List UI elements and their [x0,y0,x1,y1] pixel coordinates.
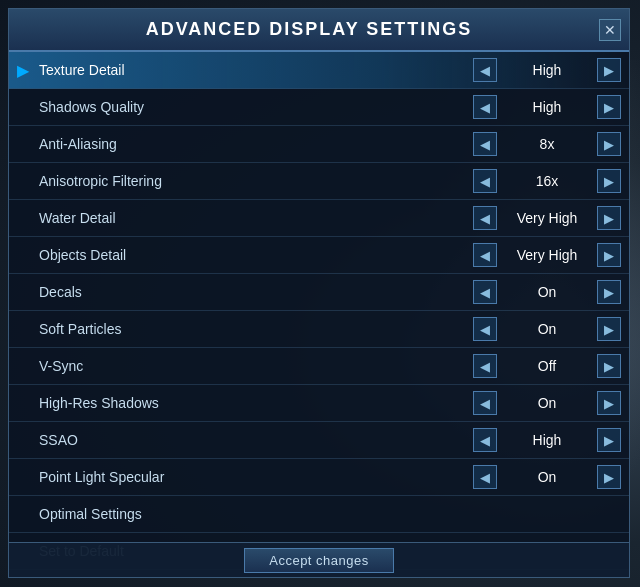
setting-value-label: 8x [497,136,597,152]
nav-right-button[interactable]: ▶ [597,243,621,267]
nav-right-button[interactable]: ▶ [597,317,621,341]
nav-right-button[interactable]: ▶ [597,132,621,156]
setting-name-label: High-Res Shadows [39,395,473,411]
setting-row-objects-detail[interactable]: Objects Detail◀Very High▶ [9,237,629,274]
nav-left-button[interactable]: ◀ [473,132,497,156]
nav-right-button[interactable]: ▶ [597,169,621,193]
nav-right-button[interactable]: ▶ [597,428,621,452]
setting-value-label: Very High [497,247,597,263]
setting-name-label: Soft Particles [39,321,473,337]
nav-right-button[interactable]: ▶ [597,280,621,304]
nav-left-button[interactable]: ◀ [473,465,497,489]
setting-name-label: Objects Detail [39,247,473,263]
nav-right-button[interactable]: ▶ [597,391,621,415]
nav-left-button[interactable]: ◀ [473,391,497,415]
setting-name-label: Decals [39,284,473,300]
setting-row-shadows-quality[interactable]: Shadows Quality◀High▶ [9,89,629,126]
setting-name-label: Anti-Aliasing [39,136,473,152]
setting-row-v-sync[interactable]: V-Sync◀Off▶ [9,348,629,385]
nav-right-button[interactable]: ▶ [597,95,621,119]
setting-name-label: Shadows Quality [39,99,473,115]
nav-right-button[interactable]: ▶ [597,58,621,82]
close-button[interactable]: ✕ [599,19,621,41]
settings-list: ▶Texture Detail◀High▶Shadows Quality◀Hig… [9,52,629,496]
setting-value-label: Off [497,358,597,374]
setting-name-label: Water Detail [39,210,473,226]
setting-value-label: On [497,469,597,485]
accept-button[interactable]: Accept changes [244,548,394,573]
setting-row-anisotropic-filtering[interactable]: Anisotropic Filtering◀16x▶ [9,163,629,200]
setting-value-label: On [497,395,597,411]
setting-value-label: On [497,284,597,300]
settings-panel: ADVANCED DISPLAY SETTINGS ✕ ▶Texture Det… [8,8,630,578]
setting-row-high-res-shadows[interactable]: High-Res Shadows◀On▶ [9,385,629,422]
accept-bar: Accept changes [9,542,629,577]
setting-row-soft-particles[interactable]: Soft Particles◀On▶ [9,311,629,348]
setting-row-water-detail[interactable]: Water Detail◀Very High▶ [9,200,629,237]
setting-row-texture-detail[interactable]: ▶Texture Detail◀High▶ [9,52,629,89]
action-label: Optimal Settings [39,506,142,522]
nav-left-button[interactable]: ◀ [473,243,497,267]
setting-name-label: Anisotropic Filtering [39,173,473,189]
action-row-optimal-settings[interactable]: Optimal Settings [9,496,629,533]
nav-left-button[interactable]: ◀ [473,169,497,193]
setting-name-label: Point Light Specular [39,469,473,485]
setting-row-ssao[interactable]: SSAO◀High▶ [9,422,629,459]
setting-row-decals[interactable]: Decals◀On▶ [9,274,629,311]
nav-right-button[interactable]: ▶ [597,206,621,230]
active-arrow-icon: ▶ [17,61,33,80]
setting-value-label: 16x [497,173,597,189]
setting-value-label: On [497,321,597,337]
setting-value-label: High [497,62,597,78]
nav-left-button[interactable]: ◀ [473,95,497,119]
title-bar: ADVANCED DISPLAY SETTINGS ✕ [9,9,629,52]
setting-row-anti-aliasing[interactable]: Anti-Aliasing◀8x▶ [9,126,629,163]
setting-row-point-light-specular[interactable]: Point Light Specular◀On▶ [9,459,629,496]
nav-right-button[interactable]: ▶ [597,354,621,378]
nav-left-button[interactable]: ◀ [473,206,497,230]
setting-value-label: Very High [497,210,597,226]
panel-title: ADVANCED DISPLAY SETTINGS [146,19,473,39]
setting-value-label: High [497,99,597,115]
nav-left-button[interactable]: ◀ [473,317,497,341]
nav-left-button[interactable]: ◀ [473,280,497,304]
setting-value-label: High [497,432,597,448]
nav-left-button[interactable]: ◀ [473,354,497,378]
setting-name-label: SSAO [39,432,473,448]
nav-left-button[interactable]: ◀ [473,428,497,452]
nav-right-button[interactable]: ▶ [597,465,621,489]
setting-name-label: Texture Detail [39,62,473,78]
setting-name-label: V-Sync [39,358,473,374]
nav-left-button[interactable]: ◀ [473,58,497,82]
